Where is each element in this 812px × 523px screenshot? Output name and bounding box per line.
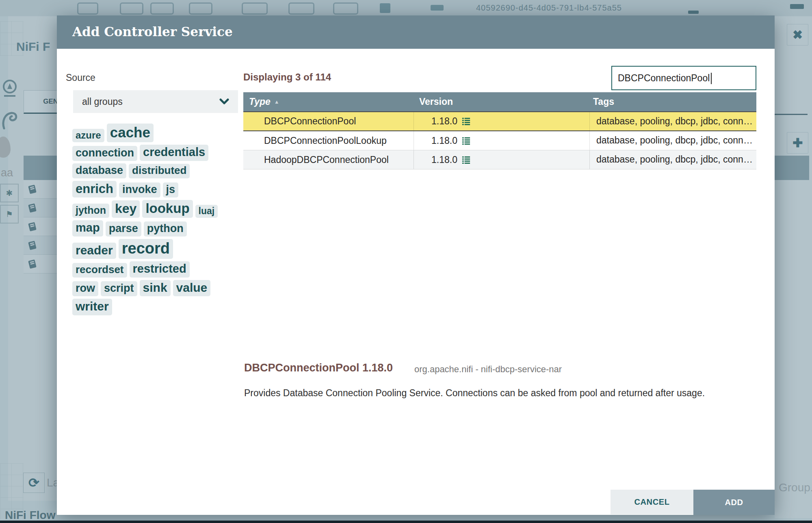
tag-pill-credentials[interactable]: credentials	[140, 145, 208, 161]
process-group-icon	[189, 2, 212, 15]
version-details-icon	[461, 117, 471, 126]
remote-process-group-icon	[242, 2, 268, 15]
service-type-cell: HadoopDBCPConnectionPool	[243, 150, 414, 169]
service-version-cell: 1.18.0	[414, 131, 590, 150]
tag-pill-python[interactable]: python	[144, 221, 187, 237]
column-header-type[interactable]: Type ▲	[243, 92, 414, 111]
selected-service-title: DBCPConnectionPool 1.18.0	[244, 362, 393, 374]
navigate-compass-icon	[2, 79, 18, 98]
bottom-status-strip	[0, 521, 812, 523]
service-row-HadoopDBCPConnectionPool[interactable]: HadoopDBCPConnectionPool1.18.0database, …	[243, 150, 756, 169]
service-type-cell: DBCPConnectionPoolLookup	[243, 131, 414, 150]
component-uuid-text: 40592690-d45-4d05-791-lb4-575a55	[476, 3, 622, 13]
service-type-cell: DBCPConnectionPool	[243, 112, 414, 130]
breadcrumb: NiFi Flow	[5, 509, 55, 522]
refresh-icon: ⟳	[23, 473, 45, 493]
toolbar-shape	[688, 11, 699, 14]
tag-pill-jython[interactable]: jython	[72, 204, 109, 218]
filter-types-field[interactable]	[611, 66, 756, 90]
background-service-rows	[24, 180, 57, 273]
book-icon	[27, 184, 37, 195]
dialog-header: Add Controller Service	[57, 15, 775, 49]
tag-pill-connection[interactable]: connection	[72, 146, 137, 161]
tag-pill-luaj[interactable]: luaj	[195, 205, 218, 218]
service-tags-cell: database, pooling, dbcp, jdbc, connec…	[590, 112, 756, 130]
tag-pill-map[interactable]: map	[72, 220, 103, 236]
service-version-cell: 1.18.0	[414, 112, 590, 130]
template-icon	[333, 2, 358, 15]
tag-pill-database[interactable]: database	[72, 163, 126, 178]
source-group-dropdown[interactable]: all groups	[73, 90, 238, 113]
background-group-text: Group.	[779, 481, 812, 494]
service-version-text: 1.18.0	[431, 154, 457, 165]
column-header-tags[interactable]: Tags	[590, 92, 756, 111]
flag-icon: ⚑	[0, 205, 19, 224]
column-header-version[interactable]: Version	[414, 92, 590, 111]
output-port-icon	[150, 2, 174, 15]
cancel-button[interactable]: CANCEL	[611, 490, 693, 514]
background-tab-general: GEN	[24, 90, 61, 114]
color-picker-icon: ✱	[0, 184, 19, 202]
source-label: Source	[66, 72, 95, 83]
displaying-count-text: Displaying 3 of 114	[243, 72, 331, 83]
version-details-icon	[461, 136, 471, 145]
tag-pill-invoke[interactable]: invoke	[119, 182, 160, 197]
tag-pill-script[interactable]: script	[101, 281, 137, 296]
service-row-DBCPConnectionPool[interactable]: DBCPConnectionPool1.18.0database, poolin…	[243, 111, 756, 131]
service-tags-cell: database, pooling, dbcp, jdbc, connec…	[590, 150, 756, 169]
book-icon	[27, 259, 37, 269]
book-icon	[27, 203, 37, 213]
tag-pill-writer[interactable]: writer	[72, 299, 112, 315]
processor-icon	[77, 2, 98, 15]
background-service-row	[24, 199, 57, 217]
background-close-icon: ✖	[787, 24, 808, 46]
drag-hook-icon	[1, 109, 19, 130]
tag-pill-recordset[interactable]: recordset	[72, 263, 127, 278]
input-port-icon	[120, 2, 143, 15]
book-icon	[27, 221, 37, 232]
background-tab-underline	[775, 114, 808, 115]
tag-pill-restricted[interactable]: restricted	[130, 261, 190, 277]
tag-pill-value[interactable]: value	[173, 280, 211, 297]
nifi-app: 40592690-d45-4d05-791-lb4-575a55 aa ✱ ⚑ …	[0, 0, 812, 523]
funnel-icon	[288, 2, 314, 15]
tag-pill-parse[interactable]: parse	[106, 221, 141, 237]
version-details-icon	[461, 155, 471, 165]
tag-pill-azure[interactable]: azure	[72, 129, 104, 143]
service-version-text: 1.18.0	[431, 135, 457, 146]
canvas-toolbar-strip: 40592690-d45-4d05-791-lb4-575a55	[0, 0, 812, 16]
background-table-header-left	[24, 156, 57, 180]
tag-pill-row[interactable]: row	[72, 281, 98, 296]
add-button[interactable]: ADD	[693, 490, 775, 515]
toolbar-shape	[790, 4, 804, 9]
service-tags-cell: database, pooling, dbcp, jdbc, connec…	[590, 131, 756, 150]
filter-types-input[interactable]	[618, 67, 740, 89]
label-icon	[380, 3, 390, 13]
chevron-down-icon	[219, 98, 229, 105]
tag-pill-record[interactable]: record	[119, 239, 173, 259]
tag-cloud: azurecacheconnectioncredentialsdatabased…	[72, 124, 219, 318]
zoom-fit-text: aa	[1, 167, 13, 179]
source-group-selected-value: all groups	[82, 96, 219, 107]
service-row-DBCPConnectionPoolLookup[interactable]: DBCPConnectionPoolLookup1.18.0database, …	[243, 131, 756, 150]
background-add-service-icon: ✚	[787, 132, 808, 154]
tag-pill-distributed[interactable]: distributed	[129, 164, 190, 178]
tag-pill-reader[interactable]: reader	[72, 243, 116, 259]
tag-pill-cache[interactable]: cache	[107, 124, 154, 142]
selected-service-bundle: org.apache.nifi - nifi-dbcp-service-nar	[414, 364, 562, 375]
service-types-table: Type ▲ Version Tags DBCPConnectionPool1.…	[243, 92, 756, 169]
background-service-row	[24, 255, 57, 273]
tag-pill-js[interactable]: js	[163, 182, 179, 197]
service-version-cell: 1.18.0	[414, 150, 590, 169]
book-icon	[27, 240, 37, 251]
tag-pill-key[interactable]: key	[112, 200, 140, 218]
text-cursor	[711, 73, 712, 84]
tag-pill-enrich[interactable]: enrich	[72, 181, 117, 198]
sort-ascending-icon: ▲	[274, 99, 279, 105]
background-service-row	[24, 236, 57, 255]
tag-pill-sink[interactable]: sink	[140, 280, 171, 297]
background-service-row	[24, 217, 57, 236]
tag-pill-lookup[interactable]: lookup	[142, 200, 193, 218]
service-table-rows: DBCPConnectionPool1.18.0database, poolin…	[243, 111, 756, 169]
add-controller-service-dialog: Add Controller Service Source all groups…	[57, 15, 775, 515]
